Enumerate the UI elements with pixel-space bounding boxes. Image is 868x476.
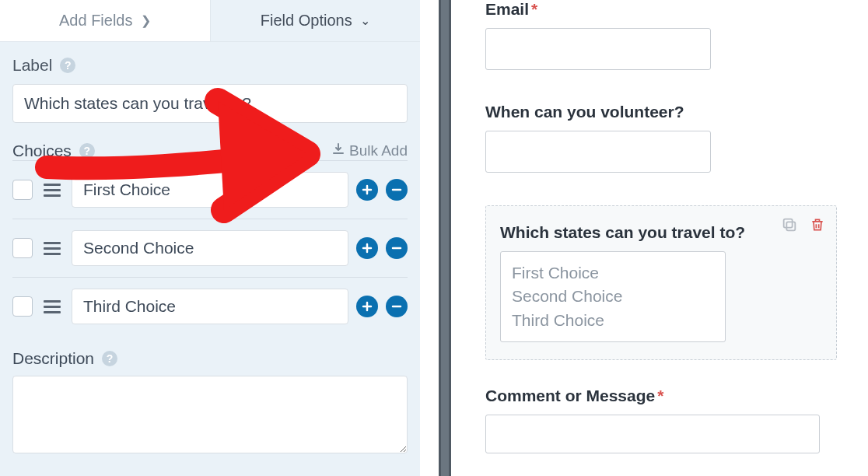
chevron-down-icon: ⌄ bbox=[360, 13, 370, 28]
preview-field-volunteer[interactable]: When can you volunteer? bbox=[485, 103, 837, 173]
chevron-right-icon: ❯ bbox=[141, 13, 151, 28]
required-indicator: * bbox=[531, 0, 537, 18]
preview-field-states-selected[interactable]: Which states can you travel to? First Ch… bbox=[485, 205, 837, 360]
drag-handle-icon[interactable] bbox=[40, 300, 64, 313]
help-icon[interactable]: ? bbox=[79, 143, 95, 159]
tab-field-options[interactable]: Field Options ⌄ bbox=[210, 0, 421, 41]
tab-field-options-label: Field Options bbox=[261, 12, 352, 30]
tab-add-fields[interactable]: Add Fields ❯ bbox=[0, 0, 210, 41]
list-item[interactable]: Second Choice bbox=[512, 285, 714, 308]
list-item[interactable]: Third Choice bbox=[512, 309, 714, 332]
form-preview: Email* When can you volunteer? Which sta… bbox=[470, 0, 868, 476]
svg-rect-0 bbox=[786, 222, 795, 230]
delete-field-button[interactable] bbox=[808, 215, 827, 234]
volunteer-label: When can you volunteer? bbox=[485, 103, 837, 121]
states-multiselect[interactable]: First Choice Second Choice Third Choice bbox=[500, 251, 726, 342]
bulk-add-label: Bulk Add bbox=[349, 142, 408, 159]
choice-input[interactable] bbox=[72, 289, 348, 324]
duplicate-field-button[interactable] bbox=[780, 215, 799, 234]
choice-default-checkbox[interactable] bbox=[12, 296, 33, 317]
description-row: Description ? bbox=[12, 349, 408, 368]
email-label: Email* bbox=[485, 0, 837, 19]
builder-sidebar: Add Fields ❯ Field Options ⌄ Label ? Cho… bbox=[0, 0, 420, 476]
drag-handle-icon[interactable] bbox=[40, 242, 64, 255]
svg-rect-1 bbox=[784, 219, 793, 228]
remove-choice-button[interactable] bbox=[386, 296, 408, 317]
choice-input[interactable] bbox=[72, 230, 348, 266]
help-icon[interactable]: ? bbox=[102, 351, 117, 366]
drag-handle-icon[interactable] bbox=[40, 184, 64, 197]
add-choice-button[interactable] bbox=[356, 237, 378, 259]
choice-default-checkbox[interactable] bbox=[12, 180, 33, 200]
comment-label: Comment or Message* bbox=[485, 387, 837, 405]
choice-row bbox=[12, 277, 408, 335]
choices-header: Choices ? Bulk Add bbox=[12, 142, 408, 160]
add-choice-button[interactable] bbox=[356, 179, 378, 201]
field-options-panel: Label ? Choices ? Bulk Add bbox=[0, 42, 420, 476]
pane-divider bbox=[420, 0, 470, 476]
field-tools bbox=[780, 215, 827, 234]
comment-textarea[interactable] bbox=[485, 415, 820, 453]
help-icon[interactable]: ? bbox=[60, 58, 75, 73]
volunteer-input[interactable] bbox=[485, 131, 711, 173]
remove-choice-button[interactable] bbox=[386, 237, 408, 259]
preview-field-comment[interactable]: Comment or Message* bbox=[485, 387, 837, 453]
label-heading: Label bbox=[12, 56, 52, 75]
remove-choice-button[interactable] bbox=[386, 179, 408, 201]
list-item[interactable]: First Choice bbox=[512, 261, 714, 285]
description-heading: Description bbox=[12, 349, 94, 368]
email-input[interactable] bbox=[485, 28, 711, 70]
choice-row bbox=[12, 219, 408, 277]
description-textarea[interactable] bbox=[12, 376, 408, 453]
choices-heading: Choices bbox=[12, 142, 72, 160]
tab-add-fields-label: Add Fields bbox=[59, 12, 133, 30]
download-icon bbox=[332, 142, 345, 159]
choice-default-checkbox[interactable] bbox=[12, 238, 33, 258]
choice-row bbox=[12, 160, 408, 219]
label-row: Label ? bbox=[12, 56, 408, 75]
label-input[interactable] bbox=[12, 84, 408, 123]
states-label: Which states can you travel to? bbox=[500, 223, 822, 242]
add-choice-button[interactable] bbox=[356, 296, 378, 317]
choice-input[interactable] bbox=[72, 172, 348, 208]
required-indicator: * bbox=[657, 387, 663, 404]
bulk-add-button[interactable]: Bulk Add bbox=[332, 142, 408, 159]
builder-tabs: Add Fields ❯ Field Options ⌄ bbox=[0, 0, 420, 42]
preview-field-email[interactable]: Email* bbox=[485, 0, 837, 70]
